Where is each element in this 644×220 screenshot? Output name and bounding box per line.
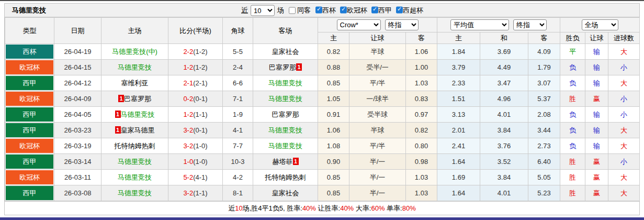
fulltime-score: 2-1 (183, 79, 193, 87)
result-handicap: 赢 (585, 185, 608, 201)
home-team-name: 塞维利亚 (121, 79, 149, 87)
average-selector-cell: 平均值 终指 (437, 18, 560, 32)
home-team-name: 马德里竞技 (121, 111, 155, 118)
handicap: 受半球 (349, 107, 406, 123)
red-card-badge: 1 (296, 63, 302, 71)
league-badge: 西甲 (6, 76, 53, 90)
odds-home: 0.85 (318, 185, 349, 201)
halftime-score: (1-1) (193, 189, 207, 197)
result-wdl: 胜 (560, 185, 585, 201)
match-date: 26-04-19 (54, 44, 101, 60)
corner-count: 7-7 (223, 138, 253, 154)
result-handicap: 赢 (585, 154, 608, 170)
match-row: 西甲26-04-051马德里竞技1-2(1-1)1-9巴塞罗那0.91受半球0.… (5, 107, 640, 123)
away-team-name: 皇家社会 (272, 189, 299, 197)
halftime-score: (1-0) (193, 142, 207, 150)
league-filter-checkbox[interactable] (396, 7, 403, 14)
avg-away: 2.73 (528, 138, 560, 154)
away-team: 马德里竞技 (253, 138, 318, 154)
avg-away: 3.07 (528, 75, 560, 91)
odds-selector-cell: Crow* 终指 (318, 18, 437, 32)
result-handicap: 输 (585, 107, 608, 123)
league-filter-checkbox[interactable] (340, 7, 347, 14)
away-team: 巴塞罗那 (253, 107, 318, 123)
summary-stat-value: 40% (302, 204, 316, 212)
odds-home: 1.05 (318, 91, 349, 107)
fulltime-score: 0-2 (183, 95, 193, 103)
match-row: 西甲26-03-08马德里竞技3-2(1-1)8-1皇家社会0.85半/一1.0… (5, 185, 640, 201)
home-team-name: 马德里竞技 (118, 158, 152, 166)
average-select[interactable]: 平均值 (450, 19, 509, 30)
scope-select[interactable]: 全场 (582, 19, 618, 30)
team-title: 马德里竞技 (5, 6, 46, 15)
home-team-name: 马德里竞技 (118, 63, 152, 71)
match-date: 26-03-14 (54, 154, 101, 170)
odds-company-select[interactable]: Crow* (337, 19, 381, 30)
match-date: 26-03-23 (54, 123, 101, 138)
summary-stat-value: 60% (371, 204, 385, 212)
handicap: 平/半 (349, 138, 406, 154)
recent-link[interactable]: 近 (241, 6, 248, 15)
avg-draw: 4.96 (480, 91, 528, 107)
handicap: 半球 (349, 44, 406, 60)
avg-draw: 4.01 (480, 185, 528, 201)
avg-away: 1.79 (528, 60, 560, 75)
match-score: 3-2(0-1) (168, 123, 223, 138)
recent-count-select[interactable]: 10 (251, 5, 275, 16)
league-filter-checkbox[interactable] (371, 7, 378, 14)
halftime-score: (1-2) (193, 63, 207, 71)
home-team-name: 皇家马德里 (121, 126, 155, 134)
match-score: 1-2(1-1) (168, 107, 223, 123)
fulltime-score: 2-2 (183, 48, 193, 56)
average-stage-select[interactable]: 终指 (513, 19, 547, 30)
odds-home: 1.08 (318, 138, 349, 154)
summary-text: 场,胜4平1负5, 胜率: (243, 204, 302, 212)
home-team: 托特纳姆热刺 (101, 138, 168, 154)
avg-home: 2.41 (437, 138, 480, 154)
match-row: 西杯26-04-19马德里竞技(中)2-2(1-2)5-5皇家社会0.82半球1… (5, 44, 640, 60)
match-date: 26-04-15 (54, 60, 101, 75)
league-badge: 西甲 (6, 155, 53, 169)
record-summary: 近10场,胜4平1负5, 胜率:40% 让胜率:40% 大率:60% 单率:80… (5, 201, 639, 215)
avg-home: 1.64 (437, 154, 480, 170)
league-filter-checkbox[interactable] (315, 7, 322, 14)
result-goals: 大 (608, 123, 640, 138)
home-team: 1巴塞罗那 (101, 91, 168, 107)
league-badge: 西甲 (6, 186, 53, 200)
away-team: 马德里竞技 (253, 75, 318, 91)
match-league: 西甲 (5, 123, 54, 138)
col-header-score: 比分(半场) (168, 18, 223, 44)
same-away-checkbox[interactable] (289, 7, 296, 14)
avg-away: 3.44 (528, 123, 560, 138)
match-league: 西甲 (5, 75, 54, 91)
halftime-score: (1-0) (193, 158, 207, 166)
home-team: 马德里竞技 (101, 154, 168, 170)
home-team: 1马德里竞技 (101, 107, 168, 123)
away-team-name: 马德里竞技 (268, 142, 302, 150)
corner-count: 4-1 (223, 123, 253, 138)
result-goals: 小 (608, 60, 640, 75)
home-team: 马德里竞技 (101, 185, 168, 201)
fulltime-score: 1-2 (183, 63, 193, 71)
away-team: 皇家社会 (253, 185, 318, 201)
avg-home: 2.01 (437, 123, 480, 138)
halftime-score: (0-1) (193, 126, 207, 134)
same-away-label: 同客 (297, 6, 311, 15)
col-header-away: 客场 (253, 18, 318, 44)
home-team-name: 马德里竞技 (118, 173, 152, 181)
handicap: 受半/一 (349, 60, 406, 75)
odds-away: 1.03 (406, 170, 437, 185)
col-header-corner: 角球 (223, 18, 253, 44)
result-wdl: 负 (560, 75, 585, 91)
home-team: 马德里竞技 (101, 170, 168, 185)
summary-stat-value: 40% (340, 204, 354, 212)
match-score: 3-2(1-1) (168, 185, 223, 201)
league-filter-label: 西超杯 (403, 6, 423, 14)
odds-stage-select[interactable]: 终指 (385, 19, 419, 30)
corner-count: 4-2 (223, 170, 253, 185)
match-row: 西甲26-03-14马德里竞技1-0(1-0)10-3赫塔菲10.90半/一0.… (5, 154, 640, 170)
avg-draw: 3.84 (480, 170, 528, 185)
avg-away: 5.23 (528, 185, 560, 201)
match-date: 26-03-08 (54, 185, 101, 201)
home-team-name: 巴塞罗那 (124, 95, 151, 103)
